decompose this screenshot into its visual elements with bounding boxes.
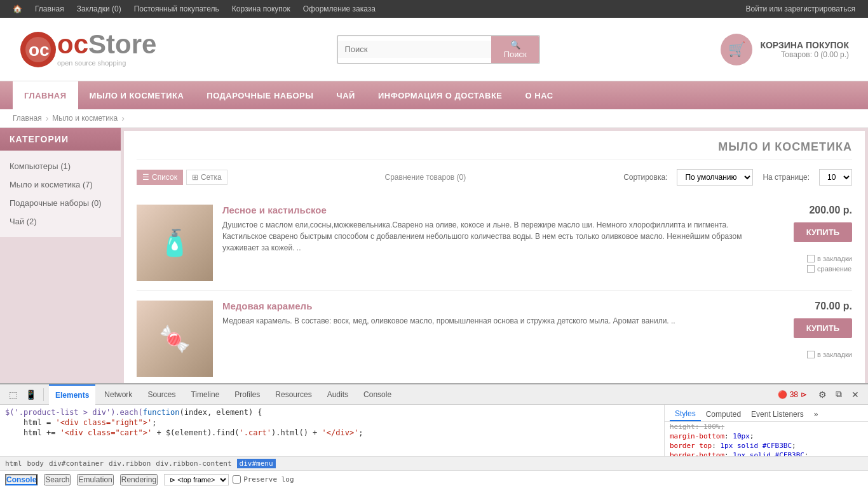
product-actions-1: в закладки сравнение <box>807 255 852 273</box>
bookmark-checkbox-2[interactable] <box>807 351 815 358</box>
console-tab-emulation[interactable]: Emulation <box>77 474 113 485</box>
dom-node-body[interactable]: body <box>27 459 44 468</box>
compare-checkbox-1[interactable] <box>807 265 815 273</box>
bookmark-action-2[interactable]: в закладки <box>807 351 852 358</box>
code-line-3: html += '<div class="cart">' + $(element… <box>0 428 664 438</box>
cart-icon[interactable]: 🛒 <box>721 34 752 65</box>
code-line-1: $('.product-list > div').each(function(i… <box>0 407 664 417</box>
search-input[interactable] <box>338 41 491 58</box>
cart-subtitle: Товаров: 0 (0.00 р.) <box>760 50 849 59</box>
buy-button-2[interactable]: КУПИТЬ <box>794 318 852 338</box>
product-image-inner-2: 🍬 <box>137 301 213 377</box>
devtools-tab-timeline[interactable]: Timeline <box>184 384 226 405</box>
main-content: КАТЕГОРИИ Компьютеры (1) Мыло и косметик… <box>0 128 868 383</box>
devtools-tab-console[interactable]: Console <box>357 384 398 405</box>
devtools-tab-profiles[interactable]: Profiles <box>228 384 266 405</box>
product-desc-2: Медовая карамель. В составе: воск, мед, … <box>222 315 754 327</box>
breadcrumb-current[interactable]: Мыло и косметика <box>52 114 118 123</box>
breadcrumb-separator: › <box>46 113 49 123</box>
compare-text: Сравнение товаров (0) <box>237 173 614 182</box>
top-navigation-bar: 🏠 Главная Закладки (0) Постоянный покупа… <box>0 0 868 18</box>
product-name-1[interactable]: Лесное и кастильское <box>222 205 754 215</box>
view-toggle: ☰ Список ⊞ Сетка <box>137 170 227 185</box>
list-icon: ☰ <box>142 173 149 182</box>
devtools-styles-tab[interactable]: Styles <box>670 407 701 421</box>
sort-label: Сортировка: <box>623 173 667 182</box>
preserve-log-checkbox[interactable] <box>233 475 241 484</box>
product-area: МЫЛО И КОСМЕТИКА ☰ Список ⊞ Сетка Сравне… <box>124 131 865 383</box>
console-input-area: ⊳ <top frame> Preserve log <box>164 474 863 485</box>
dom-node-ribbon[interactable]: div.ribbon <box>109 459 151 468</box>
console-tab-console[interactable]: Console <box>5 474 37 485</box>
loyalty-link[interactable]: Постоянный покупатель <box>134 4 219 13</box>
product-name-2[interactable]: Медовая карамель <box>222 301 754 311</box>
bookmark-checkbox-1[interactable] <box>807 255 815 262</box>
sidebar-item-computers[interactable]: Компьютеры (1) <box>0 157 121 175</box>
dom-node-ribbon-content[interactable]: div.ribbon-content <box>156 459 231 468</box>
home-icon: 🏠 <box>13 4 22 13</box>
devtools-body: $('.product-list > div').each(function(i… <box>0 405 868 456</box>
home-link[interactable]: Главная <box>35 4 64 13</box>
sidebar-item-tea[interactable]: Чай (2) <box>0 212 121 231</box>
product-image-2: 🍬 <box>137 301 213 377</box>
devtools-tab-bar: ⬚ 📱 Elements Network Sources Timeline Pr… <box>0 384 868 405</box>
devtools-dock-button[interactable]: ⧉ <box>831 387 846 402</box>
devtools-event-listeners-tab[interactable]: Event Listeners <box>746 407 809 421</box>
dom-node-container[interactable]: div#container <box>49 459 104 468</box>
bookmark-action-1[interactable]: в закладки <box>807 255 852 262</box>
search-box: 🔍 Поиск <box>337 35 540 64</box>
compare-action-1[interactable]: сравнение <box>807 265 852 273</box>
nav-item-gifts[interactable]: ПОДАРОЧНЫЕ НАБОРЫ <box>195 81 325 109</box>
product-actions-2: в закладки <box>807 351 852 358</box>
devtools-tab-elements[interactable]: Elements <box>49 384 95 405</box>
devtools-tab-resources[interactable]: Resources <box>269 384 318 405</box>
breadcrumb-home[interactable]: Главная <box>13 114 42 123</box>
devtools-console-bar: Console Search Emulation Rendering ⊳ <to… <box>0 470 868 488</box>
cart-nav-link[interactable]: Корзина покупок <box>232 4 290 13</box>
sidebar-item-gifts[interactable]: Подарочные наборы (0) <box>0 194 121 212</box>
buy-button-1[interactable]: КУПИТЬ <box>794 222 852 242</box>
cart-title: КОРЗИНА ПОКУПОК <box>760 40 849 50</box>
logo-oc: oc <box>57 29 88 59</box>
devtools-inspect-button[interactable]: ⬚ <box>5 387 20 402</box>
breadcrumb: Главная › Мыло и косметика › <box>0 109 868 128</box>
login-link[interactable]: Войти или зарегистрироваться <box>746 4 855 13</box>
nav-item-tea[interactable]: ЧАЙ <box>325 81 367 109</box>
devtools-mobile-button[interactable]: 📱 <box>23 387 38 402</box>
nav-item-about[interactable]: О НАС <box>514 81 565 109</box>
devtools-settings-button[interactable]: ⚙ <box>815 387 830 402</box>
preserve-log-label: Preserve log <box>233 475 294 484</box>
devtools-tab-audits[interactable]: Audits <box>321 384 355 405</box>
grid-icon: ⊞ <box>192 173 198 182</box>
logo-text: ocStore <box>57 31 156 58</box>
devtools-tab-sources[interactable]: Sources <box>141 384 182 405</box>
svg-text:oc: oc <box>29 40 50 60</box>
sidebar-title: КАТЕГОРИИ <box>0 128 121 151</box>
nav-item-delivery[interactable]: ИНФОРМАЦИЯ О ДОСТАВКЕ <box>367 81 514 109</box>
view-grid-button[interactable]: ⊞ Сетка <box>186 170 227 185</box>
devtools-more-tabs[interactable]: » <box>809 407 824 421</box>
search-button[interactable]: 🔍 Поиск <box>491 36 539 63</box>
nav-item-home[interactable]: ГЛАВНАЯ <box>13 81 78 109</box>
devtools-close-button[interactable]: ✕ <box>848 387 863 402</box>
view-list-button[interactable]: ☰ Список <box>137 170 183 185</box>
product-item-2: 🍬 Медовая карамель Медовая карамель. В с… <box>137 291 852 383</box>
devtools-styles-panel: Styles Computed Event Listeners » height… <box>665 405 868 456</box>
frame-select[interactable]: ⊳ <top frame> <box>164 474 229 485</box>
per-page-select[interactable]: 10 <box>819 169 852 186</box>
sort-select[interactable]: По умолчанию <box>677 169 753 186</box>
checkout-link[interactable]: Оформление заказа <box>303 4 376 13</box>
product-controls: ☰ Список ⊞ Сетка Сравнение товаров (0) С… <box>137 169 852 186</box>
console-tab-rendering[interactable]: Rendering <box>120 474 158 485</box>
console-tab-search[interactable]: Search <box>44 474 71 485</box>
product-right-1: 200.00 р. КУПИТЬ в закладки сравнение <box>763 205 852 273</box>
dom-node-menu[interactable]: div#menu <box>237 459 276 468</box>
dom-node-html[interactable]: html <box>5 459 22 468</box>
main-navigation: ГЛАВНАЯ МЫЛО И КОСМЕТИКА ПОДАРОЧНЫЕ НАБО… <box>0 81 868 109</box>
product-image-1: 🧴 <box>137 205 213 281</box>
bookmarks-link[interactable]: Закладки (0) <box>77 4 121 13</box>
nav-item-soap[interactable]: МЫЛО И КОСМЕТИКА <box>78 81 196 109</box>
sidebar-item-soap[interactable]: Мыло и косметика (7) <box>0 175 121 194</box>
devtools-tab-network[interactable]: Network <box>98 384 139 405</box>
devtools-computed-tab[interactable]: Computed <box>701 407 746 421</box>
